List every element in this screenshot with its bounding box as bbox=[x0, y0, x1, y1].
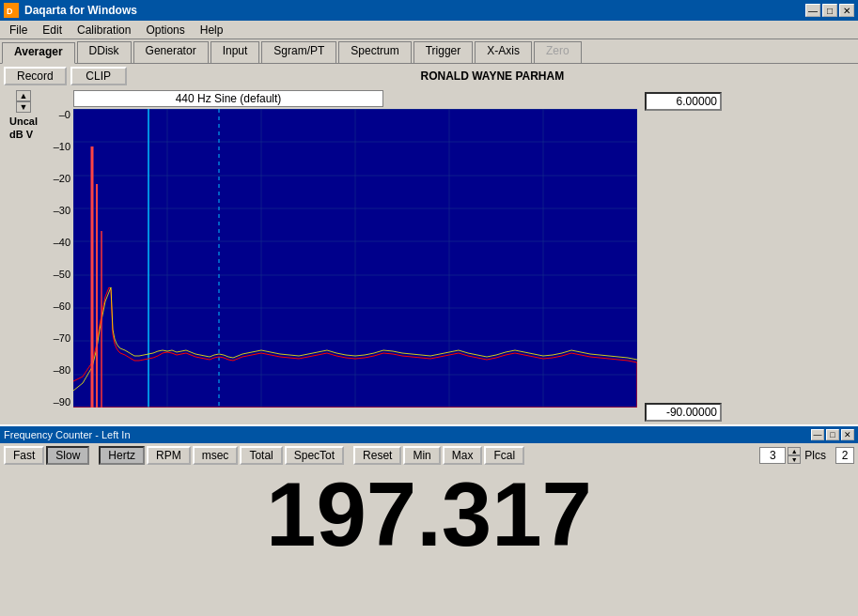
bottom-value-box[interactable] bbox=[645, 403, 722, 422]
tab-input[interactable]: Input bbox=[211, 41, 260, 63]
sub-minimize-button[interactable]: — bbox=[811, 429, 824, 440]
plcs-up-arrow[interactable]: ▲ bbox=[788, 447, 801, 455]
toolbar-row: Record CLIP RONALD WAYNE PARHAM bbox=[0, 64, 858, 88]
spectrum-chart bbox=[73, 109, 637, 408]
menu-bar: File Edit Calibration Options Help bbox=[0, 21, 858, 39]
menu-options[interactable]: Options bbox=[138, 22, 192, 38]
sub-window: Frequency Counter - Left In — □ ✕ Fast S… bbox=[0, 424, 858, 562]
y-label-90: –90 bbox=[47, 396, 70, 408]
signal-label-row bbox=[73, 90, 637, 107]
tab-generator[interactable]: Generator bbox=[133, 41, 209, 63]
total-button[interactable]: Total bbox=[240, 446, 282, 465]
tab-ddisk[interactable]: DDisk bbox=[77, 41, 132, 63]
menu-calibration[interactable]: Calibration bbox=[70, 22, 138, 38]
tab-spectrum[interactable]: Spectrum bbox=[338, 41, 411, 63]
tab-x-axis[interactable]: X-Axis bbox=[475, 41, 532, 63]
chart-with-labels: –0 –10 –20 –30 –40 –50 –60 –70 –80 –90 bbox=[47, 109, 637, 408]
reset-button[interactable]: Reset bbox=[353, 446, 401, 465]
slow-button[interactable]: Slow bbox=[46, 446, 89, 465]
svg-text:D: D bbox=[7, 7, 13, 16]
menu-help[interactable]: Help bbox=[193, 22, 231, 38]
y-label-10: –10 bbox=[47, 141, 70, 152]
top-value-box[interactable] bbox=[645, 92, 722, 111]
y-up-arrow[interactable]: ▲ bbox=[16, 90, 31, 101]
frequency-display: 197.317 bbox=[0, 468, 858, 562]
max-button[interactable]: Max bbox=[443, 446, 483, 465]
unit-line2: dB V bbox=[9, 128, 38, 141]
fcal-button[interactable]: Fcal bbox=[484, 446, 524, 465]
plcs-label: Plcs bbox=[804, 449, 826, 462]
hertz-button[interactable]: Hertz bbox=[99, 446, 145, 465]
spectot-button[interactable]: SpecTot bbox=[285, 446, 344, 465]
app-title: Daqarta for Windows bbox=[24, 4, 137, 17]
sub-close-button[interactable]: ✕ bbox=[841, 429, 854, 440]
menu-file[interactable]: File bbox=[2, 22, 35, 38]
chart-area: ▲ ▼ Uncal dB V –0 –10 –20 –30 –40 –50 –6… bbox=[0, 88, 858, 424]
y-label-20: –20 bbox=[47, 173, 70, 184]
plcs-value-input[interactable] bbox=[759, 447, 786, 464]
menu-edit[interactable]: Edit bbox=[35, 22, 70, 38]
title-bar-left: D Daqarta for Windows bbox=[4, 3, 137, 18]
msec-button[interactable]: msec bbox=[193, 446, 239, 465]
plcs-arrows: ▲ ▼ bbox=[788, 447, 801, 464]
y-label-0: –0 bbox=[47, 109, 70, 120]
tab-bar: Averager DDisk Generator Input Sgram/PT … bbox=[0, 39, 858, 64]
y-label-80: –80 bbox=[47, 364, 70, 376]
signal-label-input[interactable] bbox=[73, 90, 383, 107]
y-label-50: –50 bbox=[47, 269, 70, 280]
user-name-label: RONALD WAYNE PARHAM bbox=[131, 69, 854, 83]
record-button[interactable]: Record bbox=[4, 67, 67, 85]
app-icon: D bbox=[4, 3, 19, 18]
y-label-30: –30 bbox=[47, 205, 70, 216]
title-bar: D Daqarta for Windows — □ ✕ bbox=[0, 0, 858, 21]
maximize-button[interactable]: □ bbox=[822, 4, 837, 17]
clip-button[interactable]: CLIP bbox=[70, 67, 127, 85]
chart-right-values bbox=[643, 90, 724, 424]
sub-window-controls: — □ ✕ bbox=[811, 429, 854, 440]
tab-trigger[interactable]: Trigger bbox=[413, 41, 474, 63]
sub-maximize-button[interactable]: □ bbox=[826, 429, 839, 440]
tab-zero[interactable]: Zero bbox=[534, 41, 582, 63]
y-axis-labels: –0 –10 –20 –30 –40 –50 –60 –70 –80 –90 bbox=[47, 109, 73, 408]
sub-title-bar: Frequency Counter - Left In — □ ✕ bbox=[0, 426, 858, 443]
unit-line1: Uncal bbox=[9, 115, 38, 128]
tab-sgram-pt[interactable]: Sgram/PT bbox=[261, 41, 336, 63]
sub-window-title: Frequency Counter - Left In bbox=[4, 429, 131, 440]
plcs-control: ▲ ▼ Plcs 2 bbox=[759, 447, 854, 464]
frequency-value: 197.317 bbox=[266, 463, 592, 566]
window-controls: — □ ✕ bbox=[805, 4, 854, 17]
y-label-70: –70 bbox=[47, 332, 70, 344]
chart-column: –0 –10 –20 –30 –40 –50 –60 –70 –80 –90 bbox=[47, 90, 637, 424]
close-button[interactable]: ✕ bbox=[839, 4, 854, 17]
y-axis-controls: ▲ ▼ Uncal dB V bbox=[2, 90, 45, 424]
fast-button[interactable]: Fast bbox=[4, 446, 44, 465]
rpm-button[interactable]: RPM bbox=[147, 446, 191, 465]
y-label-60: –60 bbox=[47, 300, 70, 312]
minimize-button[interactable]: — bbox=[805, 4, 820, 17]
y-label-40: –40 bbox=[47, 237, 70, 248]
min-button[interactable]: Min bbox=[403, 446, 440, 465]
y-down-arrow[interactable]: ▼ bbox=[16, 101, 31, 113]
tab-averager[interactable]: Averager bbox=[2, 42, 75, 64]
plcs-down-arrow[interactable]: ▼ bbox=[788, 455, 801, 464]
extra-value: 2 bbox=[835, 447, 854, 464]
